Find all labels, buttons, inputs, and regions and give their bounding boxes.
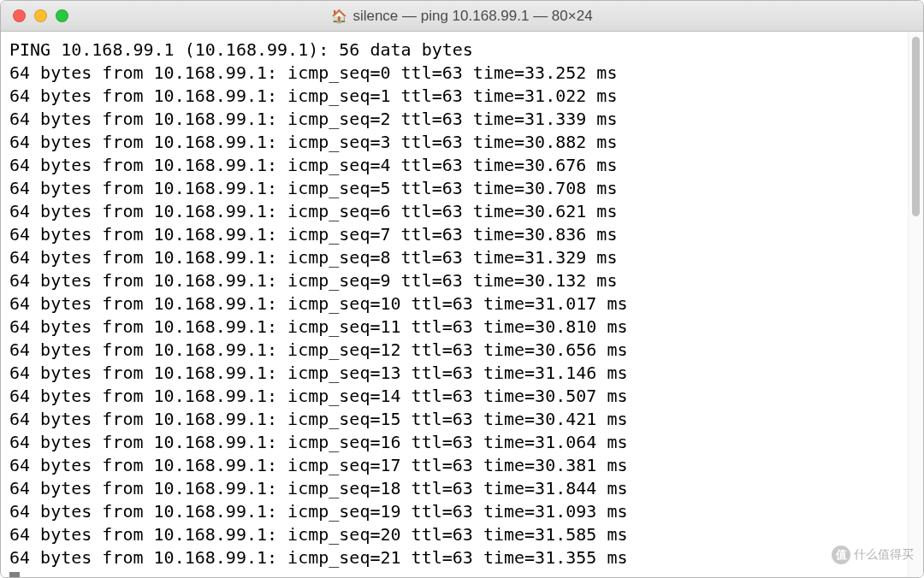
maximize-button[interactable] — [56, 9, 68, 22]
window-title: 🏠 silence — ping 10.168.99.1 — 80×24 — [1, 8, 923, 25]
minimize-button[interactable] — [34, 9, 47, 22]
window-body: PING 10.168.99.1 (10.168.99.1): 56 data … — [1, 32, 923, 577]
traffic-lights — [13, 9, 68, 22]
terminal-cursor — [9, 572, 20, 577]
close-button[interactable] — [13, 9, 26, 22]
home-icon: 🏠 — [331, 9, 347, 24]
scrollbar-track[interactable] — [908, 32, 923, 577]
terminal-window: 🏠 silence — ping 10.168.99.1 — 80×24 PIN… — [0, 0, 924, 578]
scrollbar-thumb[interactable] — [912, 37, 920, 216]
terminal-output[interactable]: PING 10.168.99.1 (10.168.99.1): 56 data … — [1, 32, 908, 577]
window-title-text: silence — ping 10.168.99.1 — 80×24 — [352, 8, 592, 25]
window-titlebar: 🏠 silence — ping 10.168.99.1 — 80×24 — [1, 1, 923, 32]
